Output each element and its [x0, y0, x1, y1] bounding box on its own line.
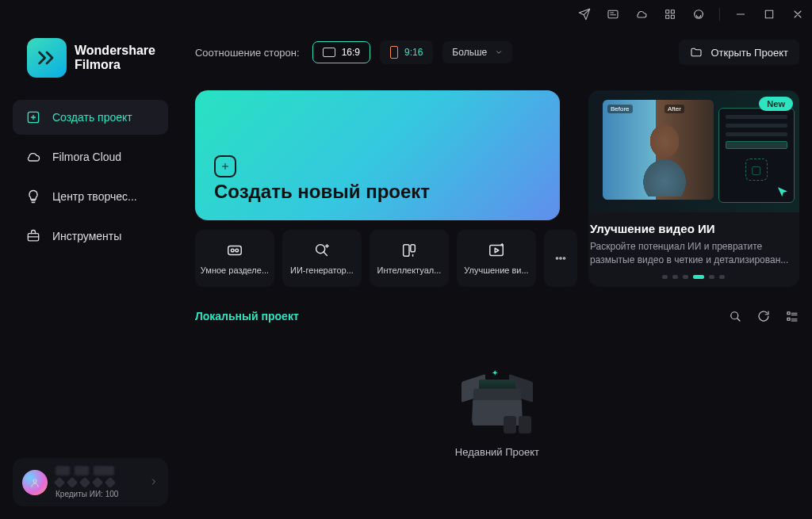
logo-mark-icon: [27, 38, 67, 78]
tool-ai-generator[interactable]: ИИ-генератор...: [282, 230, 362, 287]
feature-card[interactable]: ▢ New Улучшение видео ИИ Раскройте потен…: [588, 90, 799, 287]
feature-title: Улучшение видео ИИ: [590, 222, 798, 235]
sidebar-item-create[interactable]: Создать проект: [13, 100, 168, 135]
new-badge: New: [759, 97, 793, 111]
tool-more[interactable]: [544, 230, 577, 287]
idea-icon: [25, 189, 41, 204]
local-project-tab[interactable]: Локальный проект: [195, 310, 299, 322]
send-icon[interactable]: [576, 6, 592, 22]
recent-projects-empty: ✦ Недавний Проект: [195, 323, 799, 506]
cloud-icon[interactable]: [634, 6, 649, 22]
window-close[interactable]: [790, 6, 806, 22]
folder-icon: [690, 46, 703, 59]
recent-project-label: Недавний Проект: [455, 446, 539, 458]
brand-line2: Filmora: [75, 58, 155, 72]
sidebar-item-label: Filmora Cloud: [52, 151, 121, 163]
window-minimize[interactable]: [733, 6, 749, 22]
topbar: Соотношение сторон: 16:9 9:16 Больше Отк…: [195, 36, 799, 68]
list-view-icon[interactable]: [785, 309, 799, 323]
svg-point-17: [556, 258, 557, 259]
svg-rect-0: [608, 10, 618, 17]
tool-enhance-video[interactable]: Улучшение ви...: [457, 230, 536, 287]
svg-rect-22: [787, 318, 790, 320]
refresh-icon[interactable]: [756, 309, 771, 323]
open-project-button[interactable]: Открыть Проект: [679, 40, 799, 65]
ratio-16-9-button[interactable]: 16:9: [312, 41, 370, 63]
svg-rect-16: [490, 246, 504, 256]
sidebar: Wondershare Filmora Создать проект Filmo…: [0, 29, 181, 519]
brand-line1: Wondershare: [75, 44, 155, 58]
open-project-label: Открыть Проект: [710, 47, 788, 59]
grid-icon[interactable]: [662, 6, 678, 22]
chevron-right-icon: [149, 475, 159, 490]
chevron-down-icon: [495, 48, 503, 56]
more-label: Больше: [452, 47, 487, 58]
sidebar-item-cloud[interactable]: Filmora Cloud: [13, 139, 168, 174]
tool-label: Улучшение ви...: [464, 265, 528, 275]
feature-description: Раскройте потенциал ИИ и превратите разм…: [590, 240, 798, 267]
sidebar-item-label: Создать проект: [52, 111, 132, 124]
sidebar-item-creative-center[interactable]: Центр творчес...: [13, 179, 168, 214]
enhance-video-icon: [488, 242, 505, 259]
ai-generator-icon: [313, 242, 331, 259]
svg-point-20: [731, 312, 738, 319]
create-project-card[interactable]: Создать новый проект: [195, 90, 560, 220]
sidebar-item-label: Инструменты: [52, 230, 121, 242]
ratio-9-16-button[interactable]: 9:16: [380, 40, 433, 64]
tool-smart-split[interactable]: Умное разделе...: [195, 230, 274, 287]
support-icon[interactable]: [691, 6, 707, 22]
sidebar-item-label: Центр творчес...: [52, 190, 137, 203]
brand-logo: Wondershare Filmora: [13, 35, 168, 100]
ratio-more-dropdown[interactable]: Больше: [442, 41, 512, 63]
tool-intellectual[interactable]: Интеллектуал...: [370, 230, 449, 287]
create-icon: [25, 109, 41, 125]
smart-split-icon: [226, 242, 243, 259]
more-icon: [553, 251, 568, 265]
svg-rect-15: [411, 245, 416, 252]
svg-point-18: [560, 258, 561, 259]
message-icon[interactable]: [605, 6, 621, 22]
svg-rect-1: [666, 10, 669, 13]
tool-label: Интеллектуал...: [377, 265, 442, 275]
svg-point-11: [231, 249, 234, 252]
tool-label: ИИ-генератор...: [290, 265, 354, 275]
ratio-value: 9:16: [404, 47, 423, 58]
intellectual-icon: [400, 242, 418, 259]
svg-point-9: [33, 479, 36, 483]
plus-icon: [214, 155, 236, 177]
svg-rect-4: [671, 15, 674, 18]
create-project-title: Создать новый проект: [214, 181, 541, 203]
svg-rect-10: [228, 246, 242, 255]
svg-point-19: [563, 258, 565, 259]
svg-rect-2: [671, 10, 674, 13]
feature-image: ▢ New: [588, 90, 799, 212]
cursor-icon: [776, 185, 790, 200]
feature-pager[interactable]: [590, 275, 798, 279]
landscape-icon: [323, 48, 335, 57]
svg-rect-6: [765, 10, 772, 17]
aspect-ratio-label: Соотношение сторон:: [195, 47, 300, 59]
svg-rect-14: [404, 245, 409, 257]
ratio-value: 16:9: [342, 47, 360, 58]
window-maximize[interactable]: [761, 6, 777, 22]
portrait-icon: [390, 46, 398, 59]
svg-rect-3: [666, 15, 669, 18]
svg-point-12: [236, 249, 239, 252]
main-content: Соотношение сторон: 16:9 9:16 Больше Отк…: [181, 29, 812, 519]
search-icon[interactable]: [728, 309, 742, 323]
ai-credits: Кредиты ИИ: 100: [56, 490, 141, 498]
sidebar-item-tools[interactable]: Инструменты: [13, 219, 168, 254]
tool-label: Умное разделе...: [201, 265, 269, 275]
empty-box-icon: ✦: [462, 372, 533, 435]
toolbox-icon: [25, 228, 41, 244]
cloud-nav-icon: [25, 149, 41, 165]
svg-rect-21: [787, 312, 790, 315]
account-panel[interactable]: Кредиты ИИ: 100: [13, 458, 168, 506]
avatar: [22, 470, 48, 495]
titlebar: [0, 0, 812, 29]
